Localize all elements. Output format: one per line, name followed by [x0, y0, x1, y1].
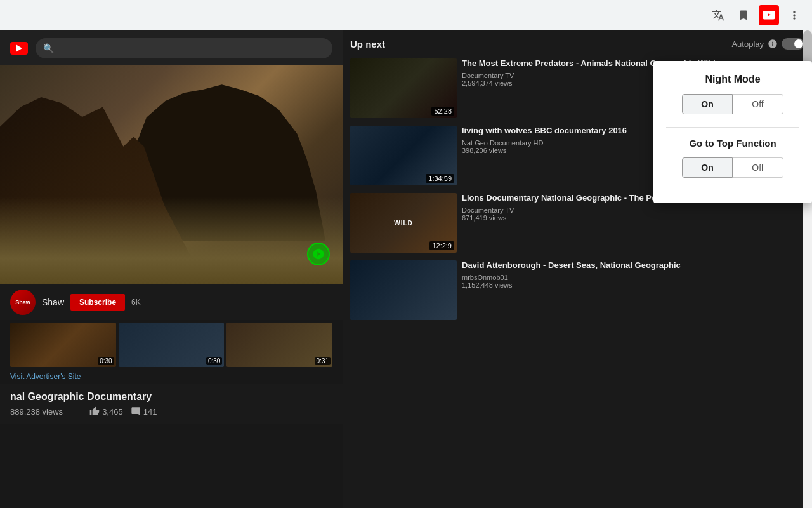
like-count: 3,465: [102, 407, 123, 417]
list-info-4: David Attenborough - Desert Seas, Nation…: [462, 260, 804, 320]
advertiser-link[interactable]: Visit Advertiser's Site: [0, 370, 343, 384]
list-thumbnail-2: 1:34:59: [350, 126, 457, 185]
view-count: 889,238 views: [10, 407, 63, 417]
night-mode-popup: Night Mode On Off Go to Top Function On …: [653, 61, 812, 203]
night-mode-toggle-group: On Off: [666, 94, 799, 114]
autoplay-toggle[interactable]: [782, 38, 804, 50]
chrome-menu-icon[interactable]: [784, 5, 804, 25]
video-watermark: [307, 243, 330, 265]
list-views-3: 671,419 views: [462, 214, 804, 222]
left-panel: 🔍 Shaw Shaw Subscribe 6K: [0, 30, 343, 508]
channel-name: Shaw: [42, 297, 64, 307]
yt-logo-icon: [10, 42, 28, 55]
up-next-header: Up next Autoplay: [348, 36, 807, 55]
go-to-top-title: Go to Top Function: [666, 138, 799, 149]
video-title: nal Geographic Documentary: [10, 391, 332, 403]
thumb-duration-3: 0:31: [315, 357, 331, 365]
go-to-top-toggle-group: On Off: [666, 157, 799, 178]
list-duration-1: 52:28: [431, 107, 454, 116]
channel-row: Shaw Shaw Subscribe 6K: [0, 284, 343, 320]
list-duration-3: 12:2:9: [429, 241, 454, 250]
grass-area: [0, 197, 343, 284]
list-duration-2: 1:34:59: [426, 174, 454, 183]
go-to-top-off-button[interactable]: Off: [733, 157, 783, 178]
list-channel-4: mrbsOnmob01: [462, 274, 804, 281]
thumbnail-3[interactable]: 0:31: [226, 323, 332, 367]
list-views-4: 1,152,448 views: [462, 281, 804, 289]
autoplay-info-icon: [768, 39, 778, 49]
bookmark-icon[interactable]: [733, 5, 754, 25]
list-thumbnail-1: 52:28: [350, 58, 457, 118]
subscriber-count: 6K: [131, 298, 141, 307]
night-mode-off-button[interactable]: Off: [733, 94, 783, 114]
channel-avatar: Shaw: [10, 290, 36, 315]
video-stats: 889,238 views 3,465 141: [10, 406, 332, 417]
wild-badge: WILD: [394, 220, 413, 227]
search-icon: 🔍: [43, 43, 54, 53]
comment-count: 141: [143, 407, 157, 417]
yt-header: 🔍: [0, 30, 343, 65]
yt-search-bar[interactable]: 🔍: [36, 38, 332, 58]
comment-button[interactable]: 141: [131, 406, 157, 417]
thumbnail-2[interactable]: 0:30: [119, 323, 225, 367]
thumb-duration-1: 0:30: [98, 357, 114, 365]
video-info: nal Geographic Documentary 889,238 views…: [0, 384, 343, 424]
popup-divider: [666, 127, 799, 128]
list-title-4: David Attenborough - Desert Seas, Nation…: [462, 260, 804, 271]
go-to-top-on-button[interactable]: On: [682, 157, 733, 178]
main-content: 🔍 Shaw Shaw Subscribe 6K: [0, 30, 812, 508]
like-button[interactable]: 3,465: [89, 406, 123, 417]
chrome-toolbar: [0, 0, 812, 30]
thumbnail-grid: 0:30 0:30 0:31: [0, 320, 343, 370]
video-list-item[interactable]: David Attenborough - Desert Seas, Nation…: [348, 257, 807, 324]
list-thumbnail-3: WILD 12:2:9: [350, 193, 457, 253]
video-player[interactable]: [0, 65, 343, 284]
list-channel-3: Documentary TV: [462, 206, 804, 214]
subscribe-button[interactable]: Subscribe: [70, 294, 125, 311]
channel-badge: Shaw: [15, 299, 30, 305]
autoplay-label: Autoplay: [731, 39, 764, 49]
thumbnail-1[interactable]: 0:30: [10, 323, 116, 367]
translate-icon[interactable]: [708, 5, 728, 25]
autoplay-section: Autoplay: [731, 38, 804, 50]
night-mode-title: Night Mode: [666, 74, 799, 85]
yt-logo[interactable]: [10, 42, 28, 55]
list-thumbnail-4: [350, 260, 457, 320]
thumb-duration-2: 0:30: [206, 357, 222, 365]
up-next-label: Up next: [350, 39, 385, 50]
night-mode-on-button[interactable]: On: [682, 94, 733, 114]
youtube-icon[interactable]: [759, 5, 779, 25]
video-background: [0, 65, 343, 284]
